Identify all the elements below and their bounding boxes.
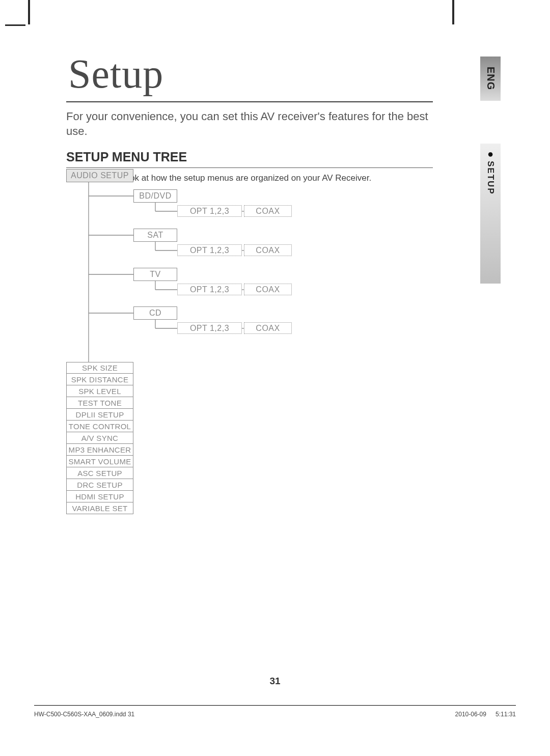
tree-leaf-coax: COAX xyxy=(244,205,292,217)
tree-node-sat: SAT xyxy=(133,229,177,242)
list-item: SPK SIZE xyxy=(66,362,133,374)
footer: HW-C500-C560S-XAA_0609.indd 31 2010-06-0… xyxy=(34,705,516,725)
list-item: VARIABLE SET xyxy=(66,502,133,514)
side-section-wrap: ● SETUP xyxy=(485,149,496,195)
tree-leaf-opt: OPT 1,2,3 xyxy=(177,205,242,217)
crop-mark xyxy=(452,0,454,24)
footer-time: 5:11:31 xyxy=(496,711,516,725)
page-intro: For your convenience, you can set this A… xyxy=(66,109,433,138)
page-number: 31 xyxy=(0,676,550,687)
list-item: TONE CONTROL xyxy=(66,421,133,432)
side-language-label: ENG xyxy=(485,67,497,90)
crop-mark xyxy=(5,24,25,26)
list-item: SPK DISTANCE xyxy=(66,374,133,385)
page-title: Setup xyxy=(66,51,433,102)
footer-date: 2010-06-09 xyxy=(455,711,486,725)
menu-tree: AUDIO SETUP BD/DVD SAT TV CD OPT 1,2,3 C… xyxy=(66,169,433,505)
list-item: ASC SETUP xyxy=(66,467,133,479)
list-item: DPLII SETUP xyxy=(66,409,133,421)
tree-leaf-opt: OPT 1,2,3 xyxy=(177,284,242,295)
footer-file: HW-C500-C560S-XAA_0609.indd 31 xyxy=(34,711,134,725)
tree-node-tv: TV xyxy=(133,268,177,281)
bullet-icon: ● xyxy=(487,149,493,159)
list-item: A/V SYNC xyxy=(66,432,133,444)
side-language-tab: ENG xyxy=(480,57,501,101)
list-item: HDMI SETUP xyxy=(66,491,133,502)
side-section-label: SETUP xyxy=(485,161,496,195)
list-item: TEST TONE xyxy=(66,397,133,409)
tree-node-bd: BD/DVD xyxy=(133,189,177,203)
side-section-tab: ● SETUP xyxy=(480,144,501,284)
list-item: MP3 ENHANCER xyxy=(66,444,133,456)
tree-leaf-opt: OPT 1,2,3 xyxy=(177,322,242,334)
section-heading: SETUP MENU TREE xyxy=(66,150,433,168)
tree-node-cd: CD xyxy=(133,306,177,320)
tree-leaf-coax: COAX xyxy=(244,244,292,256)
list-item: DRC SETUP xyxy=(66,479,133,491)
main-content: Setup For your convenience, you can set … xyxy=(66,51,433,183)
list-item: SMART VOLUME xyxy=(66,456,133,467)
tree-leaf-coax: COAX xyxy=(244,284,292,295)
setup-items-list: SPK SIZE SPK DISTANCE SPK LEVEL TEST TON… xyxy=(66,362,133,514)
list-item: SPK LEVEL xyxy=(66,385,133,397)
tree-leaf-opt: OPT 1,2,3 xyxy=(177,244,242,256)
crop-mark xyxy=(28,0,30,24)
footer-right: 2010-06-09 5:11:31 xyxy=(455,711,516,725)
tree-leaf-coax: COAX xyxy=(244,322,292,334)
page: ENG ● SETUP Setup For your convenience, … xyxy=(0,0,550,756)
tree-root: AUDIO SETUP xyxy=(66,169,133,182)
